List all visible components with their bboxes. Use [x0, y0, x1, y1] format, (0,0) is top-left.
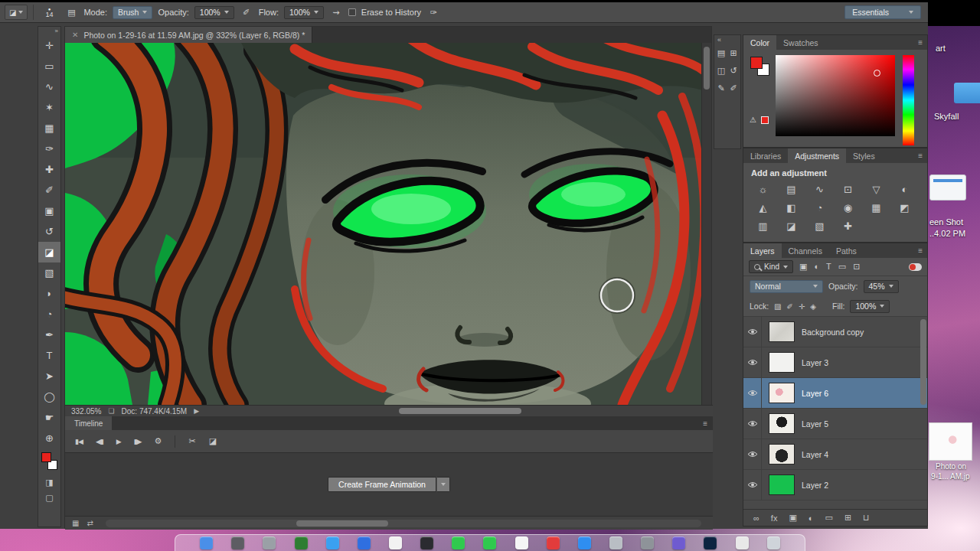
dock-app-15-icon[interactable]: [641, 536, 654, 549]
dock-trash-icon[interactable]: [767, 536, 780, 549]
layer-thumbnail[interactable]: [769, 413, 795, 434]
adjustment-color-lookup-icon[interactable]: ▦: [862, 198, 890, 217]
rectangular-marquee-tool[interactable]: ▭: [38, 56, 60, 77]
layer-thumbnail[interactable]: [769, 321, 795, 342]
navigator-panel-icon[interactable]: ⊞: [727, 44, 740, 62]
blend-mode-dropdown[interactable]: Normal: [750, 280, 823, 293]
create-frame-animation-button[interactable]: Create Frame Animation: [328, 477, 436, 492]
add-layer-mask-icon[interactable]: ▣: [789, 513, 796, 523]
vertical-scrollbar-thumb[interactable]: [704, 47, 710, 90]
brush-preset-picker[interactable]: ● 14: [39, 7, 59, 18]
layer-effects-icon[interactable]: fx: [771, 514, 778, 523]
adjustment-gradient-map-icon[interactable]: ▧: [805, 217, 834, 235]
adjustment-color-balance-icon[interactable]: ◭: [749, 198, 777, 217]
dock-mail-icon[interactable]: [358, 536, 371, 549]
lock-transparent-icon[interactable]: ▨: [774, 302, 781, 311]
layer-name[interactable]: Background copy: [802, 328, 864, 337]
dock-app-store-icon[interactable]: [578, 536, 591, 549]
desktop-icon-label-art[interactable]: art: [936, 44, 946, 53]
previous-frame-button[interactable]: ◀▮: [96, 438, 103, 445]
histogram-panel-icon[interactable]: ▤: [715, 44, 727, 62]
layer-row-layer-3[interactable]: Layer 3: [743, 347, 927, 378]
layer-row-background-copy[interactable]: Background copy: [743, 317, 927, 347]
pressure-opacity-icon[interactable]: ✐: [240, 5, 253, 19]
desktop-screenshot-label-2[interactable]: ..4.02 PM: [929, 229, 965, 238]
tab-paths[interactable]: Paths: [829, 243, 864, 258]
timeline-scrollbar-thumb[interactable]: [296, 520, 388, 527]
filter-kind-dropdown[interactable]: Kind: [749, 260, 793, 273]
adjustment-black-white-icon[interactable]: ◧: [777, 198, 805, 217]
history-brush-tool[interactable]: ↺: [38, 221, 60, 242]
quick-mask-button[interactable]: ◨: [38, 474, 60, 490]
blur-tool[interactable]: ◗: [38, 283, 60, 304]
flow-dropdown[interactable]: 100%: [284, 6, 324, 19]
desktop-photo-label-2[interactable]: 9-1... AM.jp: [931, 472, 970, 481]
properties-panel-icon[interactable]: ✎: [715, 80, 727, 97]
lock-position-icon[interactable]: ✛: [799, 302, 805, 311]
filter-type-layers-icon[interactable]: T: [826, 262, 831, 272]
hue-slider[interactable]: [903, 55, 914, 145]
fill-dropdown[interactable]: 100%: [850, 300, 890, 313]
dock-app-16-icon[interactable]: [672, 536, 685, 549]
layer-name[interactable]: Layer 4: [802, 450, 828, 459]
tab-libraries[interactable]: Libraries: [743, 148, 788, 163]
tab-styles[interactable]: Styles: [846, 148, 882, 163]
tab-swatches[interactable]: Swatches: [776, 35, 825, 50]
dock-app-18-icon[interactable]: [736, 536, 749, 549]
canvas-artwork[interactable]: [65, 43, 703, 405]
layers-panel-menu-icon[interactable]: ≡: [918, 246, 923, 255]
adjustments-panel-menu-icon[interactable]: ≡: [918, 152, 923, 160]
dock-safari-icon[interactable]: [326, 536, 339, 549]
spot-healing-brush-tool[interactable]: ✚: [38, 159, 60, 180]
tool-preset-button[interactable]: ◪: [5, 5, 28, 20]
tab-layers[interactable]: Layers: [743, 243, 782, 258]
next-frame-button[interactable]: ▮▶: [134, 438, 142, 445]
layer-row-layer-2[interactable]: Layer 2: [743, 470, 927, 500]
adjustment-brightness-contrast-icon[interactable]: ☼: [749, 180, 777, 198]
desktop-screenshot-label-1[interactable]: een Shot: [929, 217, 963, 227]
type-tool[interactable]: T: [38, 345, 60, 366]
zoom-level[interactable]: 332.05%: [71, 407, 101, 416]
hand-tool[interactable]: ☛: [38, 407, 60, 428]
move-tool[interactable]: ✛: [38, 35, 60, 56]
first-frame-button[interactable]: ▮◀: [75, 438, 83, 445]
dodge-tool[interactable]: ◔: [38, 304, 60, 324]
layer-opacity-dropdown[interactable]: 45%: [864, 280, 899, 293]
eyedropper-tool[interactable]: ✑: [38, 139, 60, 159]
filter-shape-layers-icon[interactable]: ▭: [838, 262, 846, 272]
layer-thumbnail[interactable]: [769, 352, 795, 373]
vertical-scrollbar[interactable]: [701, 43, 711, 405]
expand-panels-icon[interactable]: «: [714, 36, 740, 44]
dock-messages-icon[interactable]: [483, 536, 496, 549]
airbrush-icon[interactable]: ⇝: [329, 5, 343, 19]
layer-visibility-eye-icon[interactable]: [743, 409, 762, 439]
dock-app-3-icon[interactable]: [263, 536, 276, 549]
layer-name[interactable]: Layer 6: [802, 389, 828, 398]
filter-toggle-switch[interactable]: [909, 263, 922, 271]
dock-facetime-icon[interactable]: [452, 536, 465, 549]
gradient-tool[interactable]: ▧: [38, 262, 60, 283]
layer-name[interactable]: Layer 2: [802, 481, 828, 490]
play-button[interactable]: ▶: [116, 438, 121, 445]
layer-visibility-eye-icon[interactable]: [743, 378, 762, 408]
timeline-settings-icon[interactable]: ⚙: [155, 436, 162, 446]
adjustment-photo-filter-icon[interactable]: ◔: [805, 198, 834, 217]
timeline-convert-icon[interactable]: ⇄: [87, 519, 93, 527]
color-picker-ring[interactable]: [874, 70, 880, 77]
link-layers-icon[interactable]: ∞: [753, 514, 760, 523]
new-adjustment-layer-icon[interactable]: ◐: [808, 514, 814, 523]
tab-channels[interactable]: Channels: [782, 243, 829, 258]
clone-stamp-tool[interactable]: ▣: [38, 201, 60, 221]
shape-tool[interactable]: ◯: [38, 386, 60, 407]
adjustment-threshold-icon[interactable]: ◪: [777, 217, 805, 235]
desktop-folder-icon[interactable]: [954, 83, 980, 103]
filter-adjustment-layers-icon[interactable]: ◐: [814, 262, 819, 272]
gamut-color-swatch[interactable]: [761, 116, 769, 124]
mode-dropdown[interactable]: Brush: [113, 6, 152, 19]
timeline-scrollbar[interactable]: [106, 520, 701, 527]
saturation-brightness-field[interactable]: [776, 55, 895, 136]
gamut-warning-icon[interactable]: ⚠: [750, 116, 756, 124]
dock-app-4-icon[interactable]: [295, 536, 308, 549]
brush-tool[interactable]: ✐: [38, 180, 60, 201]
canvas[interactable]: [65, 43, 703, 405]
